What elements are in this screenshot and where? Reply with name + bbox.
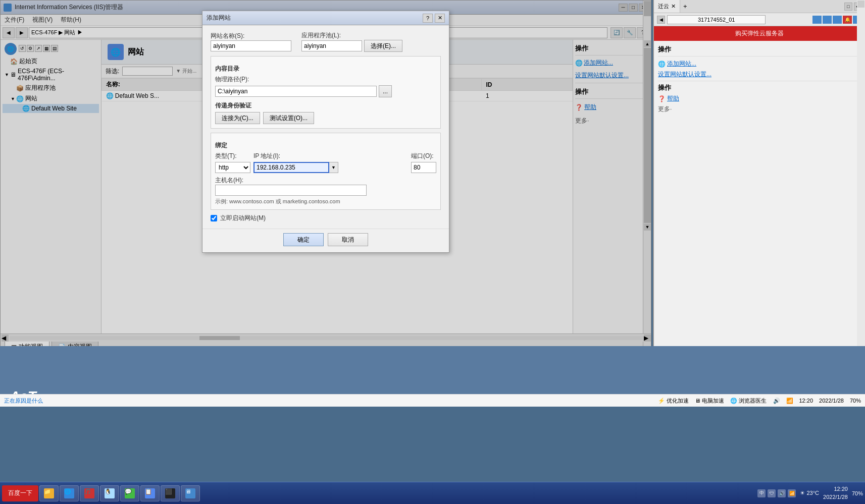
pass-auth-title: 传递身份验证	[215, 101, 436, 110]
modal-overlay: 添加网站 ? ✕ 网站名称(S): 应用程序池(L):	[1, 1, 651, 354]
physical-path-input[interactable]	[215, 86, 377, 97]
binding-section: 绑定 类型(T): http https IP 地址(I):	[211, 133, 441, 210]
type-label: 类型(T):	[215, 152, 250, 160]
type-col: 类型(T): http https	[215, 152, 250, 173]
cloud-actions-title: 操作	[658, 45, 861, 57]
cloud-tab-bar: 迁云 ✕ + □ ↩	[654, 0, 865, 13]
hostname-input[interactable]	[215, 185, 367, 196]
taskbar-penguin[interactable]: 🐧	[100, 485, 119, 501]
type-select[interactable]: http https	[215, 162, 250, 173]
server-taskbar-icon: 🖥	[185, 488, 195, 498]
taskbar-media[interactable]: 🎵	[80, 485, 99, 501]
start-button[interactable]: 百度一下	[2, 485, 38, 501]
taskbar-wechat[interactable]: 💬	[120, 485, 139, 501]
cloud-more-link[interactable]: 更多·	[658, 105, 672, 113]
cloud-toolbar: ◀ 317174552_01 🔔	[654, 13, 865, 26]
dialog-titlebar: 添加网站 ? ✕	[202, 11, 449, 25]
start-checkbox[interactable]	[211, 215, 217, 221]
dialog-close-btn[interactable]: ✕	[435, 14, 445, 23]
penguin-icon: 🐧	[105, 488, 115, 498]
zoom-display: 70%	[852, 490, 863, 496]
network-icon: 📶	[786, 398, 793, 404]
dialog-help-btn[interactable]: ?	[423, 14, 433, 23]
start-checkbox-row: 立即启动网站(M)	[211, 214, 441, 222]
app-pool-input[interactable]	[301, 40, 362, 51]
cloud-actions: 操作 🌐 添加网站... 设置网站默认设置... 操作 ❓ 帮助 更多·	[654, 41, 865, 118]
site-name-label: 网站名称(S):	[211, 32, 291, 40]
cloud-tab-active[interactable]: 迁云 ✕	[654, 0, 680, 13]
cloud-tab-close[interactable]: ✕	[671, 3, 676, 10]
cloud-icon3[interactable]	[833, 16, 842, 24]
cloud-id: 317174552_01	[667, 15, 766, 24]
ip-col: IP 地址(I): ▼	[253, 152, 408, 173]
bottom-time: 12:20	[799, 398, 813, 404]
cloud-add-site-link[interactable]: 添加网站...	[667, 60, 696, 68]
tray-volume[interactable]: 🔊	[778, 489, 786, 497]
cloud-toolbar-right: 🔔	[812, 16, 862, 24]
cloud-more-row: 更多·	[658, 105, 861, 114]
hostname-group: 主机名(H):	[215, 176, 436, 196]
cloud-id-text: 317174552_01	[698, 17, 735, 23]
ip-label: IP 地址(I):	[253, 152, 408, 160]
cloud-help-link[interactable]: 帮助	[667, 94, 679, 103]
cloud-ctrl1[interactable]: □	[844, 3, 852, 11]
app-icon: 📋	[145, 488, 155, 498]
optimize-label: ⚡ 优化加速	[658, 397, 689, 405]
cloud-back[interactable]: ◀	[657, 16, 665, 24]
cloud-icon2[interactable]	[823, 16, 832, 24]
taskbar: 百度一下 📁 🌐 🎵 🐧 💬 📋 ⬛ 🖥 中 🛡 🔊 📶 ☀ 23°C	[0, 482, 865, 504]
connect-btn[interactable]: 连接为(C)...	[215, 112, 260, 124]
site-name-input[interactable]	[211, 40, 291, 51]
ip-input[interactable]	[253, 162, 329, 173]
cloud-tab-add[interactable]: +	[680, 0, 690, 13]
weather-temp: ☀ 23°C	[800, 490, 819, 496]
iis-window: Internet Information Services (IIS)管理器 ─…	[0, 0, 651, 353]
cloud-help-icon: ❓	[658, 95, 666, 102]
tray-network: 📶	[788, 489, 796, 497]
sys-tray: 中 🛡 🔊 📶	[757, 489, 796, 497]
cloud-tab-label: 迁云	[658, 3, 669, 10]
test-btn[interactable]: 测试设置(O)...	[263, 112, 314, 124]
edge-scroll-thumb	[857, 1, 864, 8]
site-name-row: 网站名称(S): 应用程序池(L): 选择(E)...	[211, 31, 441, 52]
cloud-section-title: 操作	[658, 83, 861, 92]
cloud-icon1[interactable]	[812, 16, 822, 24]
binding-title: 绑定	[215, 141, 436, 150]
cloud-icon4[interactable]: 🔔	[843, 16, 852, 24]
bottom-date: 2022/1/28	[819, 398, 844, 404]
cloud-panel: 迁云 ✕ + □ ↩ ◀ 317174552_01 🔔 购买弹性云	[653, 0, 865, 353]
volume-icon: 🔊	[773, 398, 780, 404]
cloud-add-icon: 🌐	[658, 61, 666, 68]
speed-label: 🖥 电脑加速	[695, 397, 724, 405]
zoom-level: 70%	[850, 398, 861, 404]
taskbar-folder[interactable]: 📁	[39, 485, 59, 501]
cancel-btn[interactable]: 取消	[328, 233, 368, 246]
clock-time: 12:20	[823, 485, 848, 493]
cloud-add-link-row: 🌐 添加网站...	[658, 60, 861, 68]
taskbar-ie[interactable]: 🌐	[60, 485, 79, 501]
bottom-right-tools: ⚡ 优化加速 🖥 电脑加速 🌐 浏览器医生 🔊 📶 12:20 2022/1/2…	[658, 397, 861, 405]
taskbar-cmd[interactable]: ⬛	[161, 485, 180, 501]
folder-icon: 📁	[44, 488, 54, 498]
ie-icon: 🌐	[64, 488, 74, 498]
wechat-icon: 💬	[125, 488, 135, 498]
browser-label: 🌐 浏览器医生	[730, 397, 767, 405]
buy-cloud-btn[interactable]: 购买弹性云服务器	[654, 26, 865, 41]
ip-dropdown[interactable]: ▼	[329, 162, 338, 173]
ok-btn[interactable]: 确定	[283, 233, 324, 246]
cmd-icon: ⬛	[165, 488, 175, 498]
select-btn[interactable]: 选择(E)...	[364, 40, 402, 52]
start-label: 百度一下	[8, 489, 32, 497]
bottom-question: 正在原因是什么	[4, 397, 43, 405]
taskbar-right: 中 🛡 🔊 📶 ☀ 23°C 12:20 2022/1/28 70%	[757, 485, 863, 501]
taskbar-app[interactable]: 📋	[140, 485, 160, 501]
port-input[interactable]	[411, 162, 436, 173]
cloud-default-settings-link[interactable]: 设置网站默认设置...	[658, 70, 861, 79]
hostname-example: 示例: www.contoso.com 或 marketing.contoso.…	[215, 198, 436, 205]
dialog-title: 添加网站	[207, 14, 423, 22]
physical-path-label: 物理路径(P):	[215, 75, 436, 84]
browse-btn[interactable]: ...	[379, 85, 392, 97]
temp-text: 23°C	[806, 490, 819, 496]
hostname-label: 主机名(H):	[215, 176, 436, 185]
taskbar-server[interactable]: 🖥	[181, 485, 200, 501]
